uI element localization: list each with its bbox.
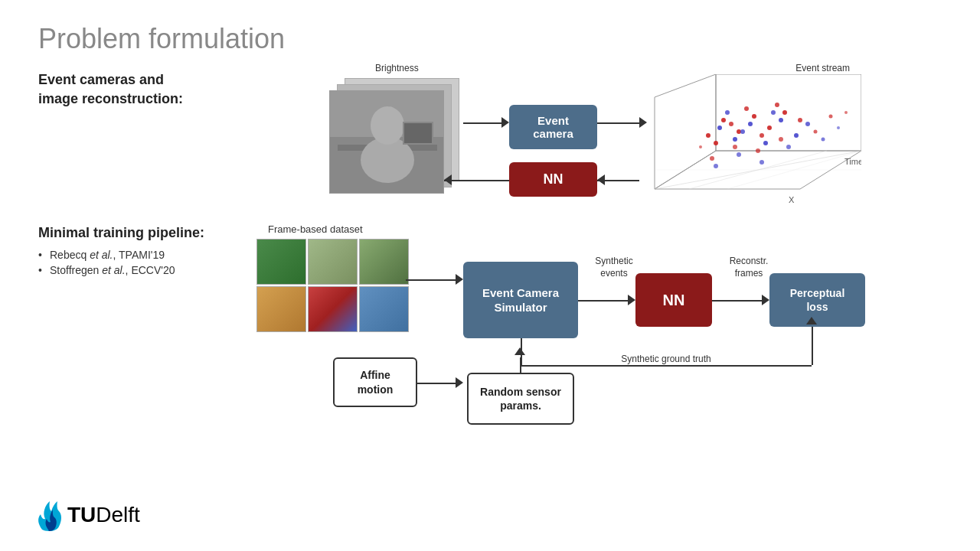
grid-cell-4 [256,286,306,332]
event-camera-diagram: Brightness Event stream [253,63,942,216]
svg-point-14 [706,133,710,138]
svg-rect-6 [404,123,432,143]
gt-line-left-v [521,338,522,365]
arrow-affine-to-sim [417,383,456,384]
svg-point-40 [771,110,776,115]
bottom-section: Minimal training pipeline: Rebecq et al.… [38,223,942,438]
arrowhead-nn-loss [762,295,769,305]
event-cameras-label: Event cameras and image reconstruction: [38,70,253,109]
page-title: Problem formulation [38,23,942,55]
svg-marker-8 [655,74,716,189]
person-image [329,90,444,194]
tudelft-logo: TUDelft [34,497,140,532]
arrowhead-grid-sim [456,274,463,285]
citation-2: Stoffregen et al., ECCV'20 [38,264,253,276]
svg-point-20 [714,141,718,145]
synthetic-ground-truth-label: Synthetic ground truth [590,354,743,366]
svg-text:Time: Time [844,157,861,166]
arrowhead-4 [597,174,605,185]
svg-point-43 [737,152,741,157]
arrowhead-affine-sim [456,377,463,388]
svg-marker-9 [716,74,861,151]
tudelft-flame-icon [34,497,64,532]
svg-point-22 [744,106,749,111]
svg-point-23 [760,133,764,138]
frame-based-label: Frame-based dataset [268,223,363,236]
event-stream-viz: X Time [647,74,861,208]
slide: Problem formulation Event cameras and im… [0,0,980,551]
svg-point-24 [775,103,779,107]
arrow-nn-to-loss [712,300,762,302]
image-grid [256,239,409,332]
svg-point-37 [794,133,799,138]
arrow-nn-to-img [444,180,509,181]
arrowhead-gt [806,317,817,324]
event-stream-label: Event stream [795,63,850,75]
arrow-camera-to-stream [597,122,639,124]
arrow-grid-to-sim [406,279,456,281]
nn-box-pipeline: NN [635,273,712,327]
svg-point-36 [779,118,783,122]
svg-point-21 [729,122,733,126]
svg-point-27 [733,145,737,149]
grid-cell-1 [256,239,306,285]
arrowhead-2 [639,117,647,128]
pipeline-diagram: Frame-based dataset Affine motion [253,223,942,438]
svg-point-30 [814,130,818,134]
arrowhead-1 [501,117,509,128]
svg-point-46 [822,138,825,142]
svg-point-47 [699,145,702,148]
svg-point-31 [829,115,833,119]
citation-1: Rebecq et al., TPAMI'19 [38,249,253,261]
svg-point-41 [805,122,810,126]
svg-point-32 [717,126,722,130]
gt-line-bottom [521,365,812,367]
grid-cell-5 [308,286,358,332]
arrowhead-sensor-sim [514,347,525,355]
svg-point-44 [760,160,764,165]
citations-list: Rebecq et al., TPAMI'19 Stoffregen et al… [38,249,253,276]
svg-point-4 [371,106,404,145]
arrowhead-sim-nn [628,295,635,305]
left-text-bottom: Minimal training pipeline: Rebecq et al.… [38,223,253,279]
left-text-top: Event cameras and image reconstruction: [38,70,253,109]
brightness-images [329,78,463,201]
arrowhead-3 [444,174,452,185]
svg-point-42 [714,164,718,168]
arrow-img-to-camera [463,122,501,124]
event-camera-sim-box: Event Camera Simulator [463,262,578,338]
perceptual-loss-box: Perceptual loss [769,273,865,327]
event-camera-box: Event camera [509,105,597,149]
svg-point-34 [748,122,753,126]
svg-point-29 [779,137,783,142]
grid-cell-6 [359,286,409,332]
arrow-sim-to-nn [578,300,628,302]
svg-point-26 [710,156,714,161]
brightness-label: Brightness [375,63,419,75]
top-section: Event cameras and image reconstruction: … [38,70,942,216]
svg-point-39 [740,129,745,134]
svg-point-35 [763,141,768,145]
gt-line-right-v [812,327,813,365]
svg-point-19 [782,110,787,115]
svg-point-18 [767,126,772,130]
svg-point-45 [786,145,791,149]
svg-point-15 [721,118,726,122]
nn-box-top: NN [509,162,597,197]
svg-point-49 [844,111,848,114]
grid-cell-3 [359,239,409,285]
svg-point-48 [837,126,840,129]
svg-point-28 [756,148,760,153]
tudelft-text: TUDelft [67,503,140,527]
training-label: Minimal training pipeline: [38,223,253,243]
svg-point-38 [725,110,730,115]
svg-point-33 [733,137,737,142]
grid-cell-2 [308,239,358,285]
svg-point-25 [798,118,802,122]
svg-point-17 [752,114,756,119]
svg-text:X: X [789,195,795,204]
affine-motion-box: Affine motion [333,357,417,407]
random-sensor-box: Random sensor params. [467,373,574,425]
